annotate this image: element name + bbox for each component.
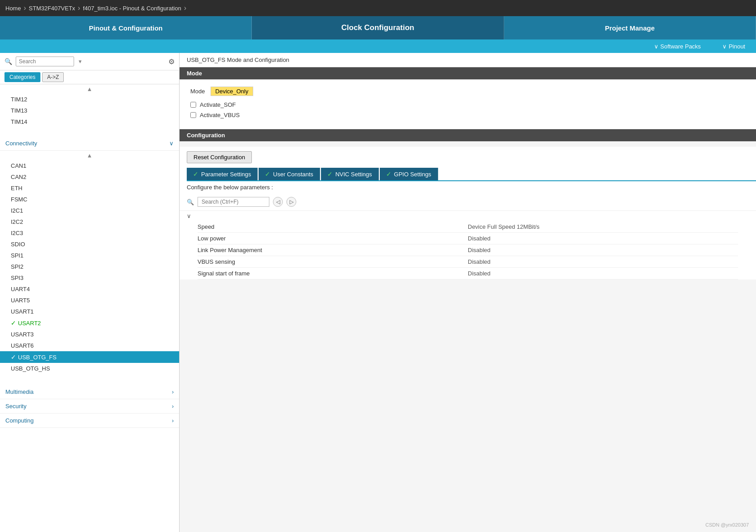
section-connectivity[interactable]: Connectivity ∨ <box>0 136 179 151</box>
sidebar-item-usb-otg-fs[interactable]: ✓ USB_OTG_FS <box>0 351 179 363</box>
sidebar-item-spi3[interactable]: SPI3 <box>0 272 179 283</box>
tab-gpio-settings[interactable]: ✓ GPIO Settings <box>380 168 438 180</box>
chevron-down-icon-connectivity: ∨ <box>169 140 174 147</box>
tab-clock[interactable]: Clock Configuration <box>252 16 504 39</box>
param-row: VBUS sensing Disabled <box>198 256 738 268</box>
sidebar-item-i2c3[interactable]: I2C3 <box>0 227 179 239</box>
sidebar-item-spi2[interactable]: SPI2 <box>0 261 179 272</box>
search-icon-param: 🔍 <box>187 199 194 205</box>
sidebar-item-fsmc[interactable]: FSMC <box>0 194 179 205</box>
chevron-right-icon-security: › <box>172 403 174 410</box>
sidebar-list: ▲ TIM12 TIM13 TIM14 Connectivity ∨ ▲ CAN… <box>0 84 179 532</box>
check-icon-usart2: ✓ <box>11 319 16 327</box>
check-icon-usb-otg-fs: ✓ <box>11 353 16 361</box>
tab-project[interactable]: Project Manage <box>504 16 756 39</box>
tab-az[interactable]: A->Z <box>42 72 64 82</box>
sidebar-item-usart3[interactable]: USART3 <box>0 329 179 340</box>
activate-vbus-checkbox[interactable] <box>190 112 196 118</box>
chevron-right-icon-computing: › <box>172 417 174 424</box>
mode-value[interactable]: Device_Only <box>211 87 254 96</box>
reset-configuration-button[interactable]: Reset Configuration <box>187 151 252 163</box>
chevron-down-icon-2: ∨ <box>722 43 727 50</box>
sidebar-item-tim13[interactable]: TIM13 <box>0 105 179 116</box>
breadcrumb-device[interactable]: STM32F407VETx <box>29 5 75 12</box>
param-value: Disabled <box>468 258 738 265</box>
breadcrumb-bar: Home › STM32F407VETx › f407_tim3.ioc - P… <box>0 0 756 16</box>
tab-user-constants[interactable]: ✓ User Constants <box>259 168 320 180</box>
sidebar-item-sdio[interactable]: SDIO <box>0 239 179 250</box>
section-multimedia[interactable]: Multimedia › <box>0 385 179 399</box>
config-section: Reset Configuration ✓ Parameter Settings… <box>180 147 756 279</box>
configure-text: Configure the below parameters : <box>180 181 756 193</box>
sidebar-item-can2[interactable]: CAN2 <box>0 171 179 183</box>
top-tabs: Pinout & Configuration Clock Configurati… <box>0 16 756 39</box>
sidebar-search-row: 🔍 ▼ ⚙ <box>0 53 179 70</box>
param-search-input[interactable] <box>198 197 269 207</box>
sidebar-item-eth[interactable]: ETH <box>0 183 179 194</box>
breadcrumb-sep-3: › <box>184 4 186 12</box>
param-name: Speed <box>198 223 468 230</box>
param-nav-prev-button[interactable]: ◁ <box>273 197 283 207</box>
sidebar-item-tim12[interactable]: TIM12 <box>0 94 179 105</box>
sidebar-item-i2c2[interactable]: I2C2 <box>0 216 179 227</box>
activate-sof-checkbox[interactable] <box>190 102 196 108</box>
section-security[interactable]: Security › <box>0 399 179 414</box>
search-input[interactable] <box>16 57 74 66</box>
param-nav-next-button[interactable]: ▷ <box>286 197 296 207</box>
param-row: Speed Device Full Speed 12MBit/s <box>198 221 738 233</box>
dropdown-arrow-icon[interactable]: ▼ <box>78 59 83 64</box>
param-search-row: 🔍 ◁ ▷ <box>180 193 756 211</box>
param-collapse-row[interactable]: ∨ <box>180 211 756 221</box>
breadcrumb-file[interactable]: f407_tim3.ioc - Pinout & Configuration <box>83 5 181 12</box>
section-computing[interactable]: Computing › <box>0 414 179 428</box>
mode-row: Mode Device_Only <box>190 87 745 96</box>
mode-section: Mode Device_Only Activate_SOF Activate_V… <box>180 79 756 129</box>
param-name: VBUS sensing <box>198 258 468 265</box>
param-row: Link Power Management Disabled <box>198 244 738 256</box>
sidebar-item-tim14[interactable]: TIM14 <box>0 116 179 127</box>
tab-parameter-settings[interactable]: ✓ Parameter Settings <box>187 168 258 180</box>
sidebar: 🔍 ▼ ⚙ Categories A->Z ▲ TIM12 TIM13 TIM1… <box>0 53 180 532</box>
sidebar-item-spi1[interactable]: SPI1 <box>0 250 179 261</box>
sidebar-item-usart6[interactable]: USART6 <box>0 340 179 351</box>
activate-vbus-label: Activate_VBUS <box>200 112 240 118</box>
param-row: Signal start of frame Disabled <box>198 268 738 279</box>
sub-nav-pinout[interactable]: ∨ Pinout <box>712 39 756 53</box>
param-value: Disabled <box>468 235 738 242</box>
breadcrumb-sep-1: › <box>24 4 26 12</box>
param-name: Link Power Management <box>198 247 468 253</box>
tab-pinout[interactable]: Pinout & Configuration <box>0 16 252 39</box>
param-value: Disabled <box>468 270 738 277</box>
param-value: Device Full Speed 12MBit/s <box>468 223 738 230</box>
sidebar-item-uart5[interactable]: UART5 <box>0 295 179 306</box>
sidebar-item-can1[interactable]: CAN1 <box>0 160 179 171</box>
check-icon-gpio: ✓ <box>386 170 391 178</box>
scroll-up-icon[interactable]: ▲ <box>0 84 179 94</box>
activate-sof-label: Activate_SOF <box>200 101 236 108</box>
search-icon: 🔍 <box>4 58 12 65</box>
config-tabs: ✓ Parameter Settings ✓ User Constants ✓ … <box>187 168 756 181</box>
sidebar-item-usart2[interactable]: ✓ USART2 <box>0 317 179 329</box>
sidebar-item-usb-otg-hs[interactable]: USB_OTG_HS <box>0 363 179 374</box>
breadcrumb-sep-2: › <box>78 4 80 12</box>
sidebar-item-usart1[interactable]: USART1 <box>0 306 179 317</box>
param-value: Disabled <box>468 247 738 253</box>
activate-sof-row: Activate_SOF <box>190 101 745 108</box>
breadcrumb-home[interactable]: Home <box>5 5 21 12</box>
content-area: USB_OTG_FS Mode and Configuration Mode M… <box>180 53 756 532</box>
chevron-right-icon-multimedia: › <box>172 388 174 395</box>
chevron-down-icon-param: ∨ <box>187 213 191 219</box>
sidebar-item-i2c1[interactable]: I2C1 <box>0 205 179 216</box>
watermark: CSDN @yrx020307 <box>705 522 749 528</box>
tab-nvic-settings[interactable]: ✓ NVIC Settings <box>321 168 379 180</box>
gear-icon[interactable]: ⚙ <box>168 57 175 66</box>
mode-section-bar: Mode <box>180 67 756 79</box>
sidebar-item-uart4[interactable]: UART4 <box>0 283 179 295</box>
scroll-indicator-icon: ▲ <box>0 151 179 160</box>
tab-categories[interactable]: Categories <box>4 72 40 82</box>
config-section-bar: Configuration <box>180 129 756 141</box>
param-name: Low power <box>198 235 468 242</box>
activate-vbus-row: Activate_VBUS <box>190 112 745 118</box>
sub-nav-software-packs[interactable]: ∨ Software Packs <box>643 39 712 53</box>
check-icon-nvic: ✓ <box>327 170 333 178</box>
